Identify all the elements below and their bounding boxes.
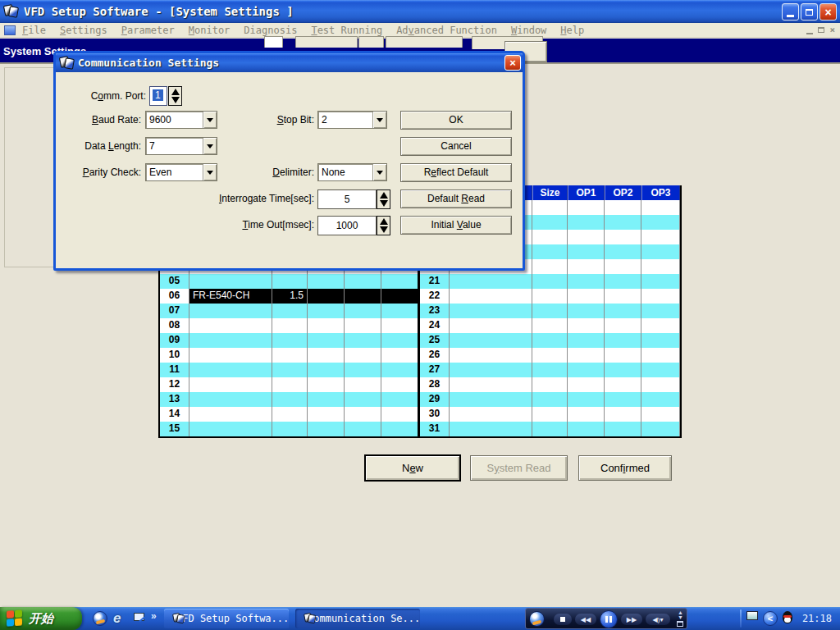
confirmed-button[interactable]: Confirmed <box>578 455 672 481</box>
data-cell[interactable] <box>568 274 605 289</box>
row-number-cell[interactable]: 13 <box>160 392 189 407</box>
data-cell[interactable] <box>605 407 641 422</box>
start-button[interactable]: 开始 <box>0 607 82 630</box>
table-row-12[interactable]: 12 <box>160 377 420 392</box>
dropdown-arrow-icon[interactable] <box>372 164 386 180</box>
table-row-28[interactable]: 28 <box>420 377 680 392</box>
data-cell[interactable] <box>605 215 641 230</box>
data-cell[interactable] <box>189 333 272 348</box>
data-cell[interactable] <box>568 422 605 436</box>
data-cell[interactable] <box>532 407 568 422</box>
table-row-10[interactable]: 10 <box>160 348 420 363</box>
tray-display-icon[interactable] <box>746 611 758 620</box>
data-cell[interactable] <box>345 392 381 407</box>
mdi-close-icon[interactable]: × <box>829 25 835 35</box>
dropdown-arrow-icon[interactable] <box>203 164 217 180</box>
time-out-input[interactable]: 1000 <box>317 216 377 235</box>
data-cell[interactable] <box>568 333 605 348</box>
menu-diagnosis[interactable]: Diagnosis <box>244 25 297 36</box>
data-cell[interactable] <box>605 304 641 318</box>
data-cell[interactable] <box>568 348 605 363</box>
row-number-cell[interactable]: 11 <box>160 363 189 377</box>
show-desktop-icon[interactable] <box>133 611 148 626</box>
data-cell[interactable] <box>605 318 641 333</box>
table-row-07[interactable]: 07 <box>160 304 420 318</box>
row-number-cell[interactable]: 23 <box>420 304 450 318</box>
menu-advanced-function[interactable]: Advanced Function <box>396 25 497 36</box>
data-cell[interactable] <box>308 392 345 407</box>
data-cell[interactable] <box>381 318 420 333</box>
row-number-cell[interactable]: 14 <box>160 407 189 422</box>
data-cell[interactable] <box>568 318 605 333</box>
data-cell[interactable]: 1.5 <box>272 289 308 304</box>
data-cell[interactable] <box>641 230 680 244</box>
default-read-button[interactable]: Default Read <box>400 189 512 208</box>
data-cell[interactable] <box>568 289 605 304</box>
data-cell[interactable] <box>605 377 641 392</box>
data-cell[interactable] <box>345 274 381 289</box>
data-cell[interactable] <box>641 244 680 259</box>
menu-file[interactable]: File <box>22 25 46 36</box>
data-cell[interactable] <box>568 363 605 377</box>
data-cell[interactable] <box>641 304 680 318</box>
data-cell[interactable] <box>605 348 641 363</box>
table-row-30[interactable]: 30 <box>420 407 680 422</box>
media-pause-button[interactable] <box>600 610 618 628</box>
data-cell[interactable] <box>450 422 532 436</box>
data-cell[interactable] <box>568 215 605 230</box>
data-cell[interactable] <box>605 274 641 289</box>
data-cell[interactable] <box>641 348 680 363</box>
data-cell[interactable] <box>345 304 381 318</box>
data-cell[interactable] <box>641 200 680 215</box>
data-cell[interactable] <box>568 377 605 392</box>
data-cell[interactable] <box>381 289 420 304</box>
data-cell[interactable] <box>272 392 308 407</box>
data-cell[interactable] <box>272 422 308 436</box>
table-row-23[interactable]: 23 <box>420 304 680 318</box>
data-cell[interactable] <box>308 407 345 422</box>
new-button[interactable]: New <box>365 455 460 481</box>
data-cell[interactable] <box>605 392 641 407</box>
data-cell[interactable] <box>568 259 605 274</box>
table-row-26[interactable]: 26 <box>420 348 680 363</box>
mdi-restore-icon[interactable] <box>818 27 824 33</box>
row-number-cell[interactable]: 25 <box>420 333 450 348</box>
data-cell[interactable] <box>381 274 420 289</box>
row-number-cell[interactable]: 06 <box>160 289 189 304</box>
data-cell[interactable] <box>189 377 272 392</box>
data-cell[interactable] <box>532 259 568 274</box>
taskbar-item-communication-settings[interactable]: Communication Se... <box>295 609 420 628</box>
data-cell[interactable] <box>272 333 308 348</box>
data-cell[interactable] <box>568 407 605 422</box>
data-cell[interactable] <box>381 392 420 407</box>
data-cell[interactable] <box>381 304 420 318</box>
data-cell[interactable] <box>641 318 680 333</box>
menu-window[interactable]: Window <box>511 25 546 36</box>
data-cell[interactable] <box>605 230 641 244</box>
data-cell[interactable] <box>308 289 345 304</box>
data-cell[interactable] <box>189 422 272 436</box>
data-cell[interactable] <box>532 289 568 304</box>
data-cell[interactable] <box>308 304 345 318</box>
table-row-09[interactable]: 09 <box>160 333 420 348</box>
data-cell[interactable] <box>189 304 272 318</box>
row-number-cell[interactable]: 10 <box>160 348 189 363</box>
hide-icons-chevron[interactable]: < <box>763 611 778 626</box>
interrogate-time-spinner[interactable] <box>377 189 390 209</box>
media-previous-button[interactable]: ◀◀ <box>575 614 596 625</box>
data-cell[interactable] <box>272 274 308 289</box>
table-row-11[interactable]: 11 <box>160 363 420 377</box>
data-cell[interactable] <box>272 304 308 318</box>
dropdown-arrow-icon[interactable] <box>203 112 217 128</box>
table-row-13[interactable]: 13 <box>160 392 420 407</box>
dialog-titlebar[interactable]: Communication Settings × <box>56 53 523 72</box>
data-cell[interactable] <box>532 377 568 392</box>
data-cell[interactable] <box>450 407 532 422</box>
data-cell[interactable] <box>345 318 381 333</box>
taskbar-item-vfd-setup[interactable]: VFD Setup Softwa... <box>164 609 289 628</box>
data-cell[interactable] <box>381 407 420 422</box>
data-cell[interactable] <box>641 407 680 422</box>
data-cell[interactable] <box>568 304 605 318</box>
dropdown-arrow-icon[interactable] <box>372 112 386 128</box>
minimize-button[interactable] <box>782 3 799 21</box>
